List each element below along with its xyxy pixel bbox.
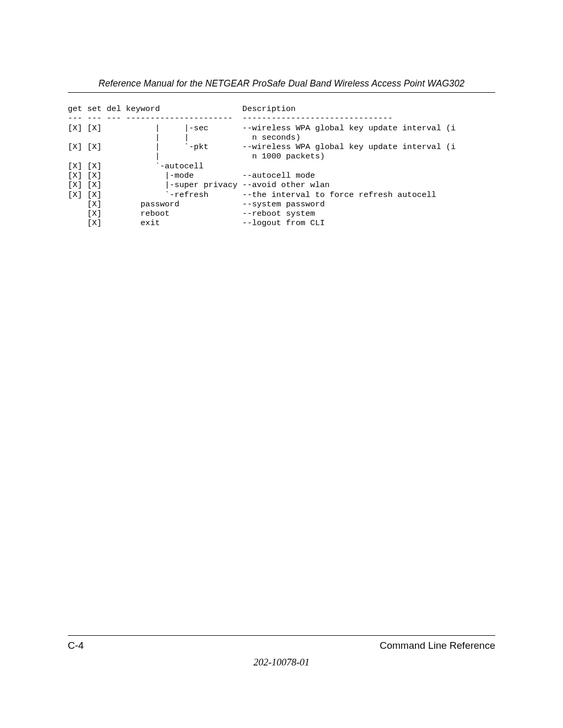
header-title: Reference Manual for the NETGEAR ProSafe…	[68, 78, 495, 89]
document-page: Reference Manual for the NETGEAR ProSafe…	[0, 0, 563, 728]
footer-rule	[68, 635, 495, 636]
cli-command-table: get set del keyword Description --- --- …	[68, 104, 495, 228]
page-number: C-4	[68, 640, 84, 651]
page-footer: C-4 Command Line Reference 202-10078-01	[68, 635, 495, 668]
document-number: 202-10078-01	[68, 657, 495, 668]
header-rule	[68, 92, 495, 93]
footer-row: C-4 Command Line Reference	[68, 640, 495, 651]
page-header: Reference Manual for the NETGEAR ProSafe…	[68, 78, 495, 93]
section-title: Command Line Reference	[380, 640, 495, 651]
